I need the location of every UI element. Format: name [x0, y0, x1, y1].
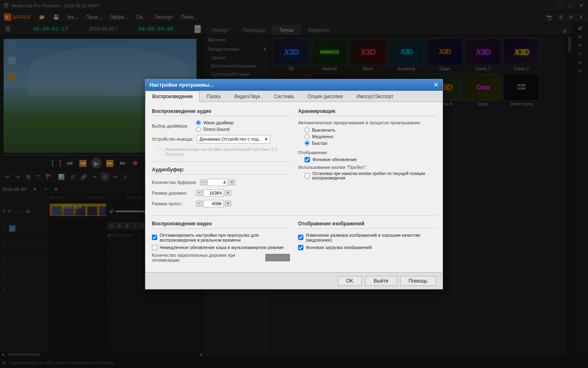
optimize-rt-label: Оптимизировать настройки при перегрузке …	[160, 233, 290, 242]
display-section: Отображение: Фоновое обновление	[298, 150, 436, 162]
bg-load-checkbox[interactable]	[298, 245, 303, 250]
track-size-input[interactable]	[203, 189, 224, 197]
track-size-spin: − +	[196, 189, 231, 197]
video-section-title: Воспроизведение видео	[152, 221, 290, 229]
scroll-off-label: Выключить	[312, 128, 335, 132]
track-size-inc[interactable]: +	[225, 190, 231, 196]
parallel-tracks-label: Количество параллельных дорожек при опти…	[152, 253, 262, 263]
dialog-tab-playback[interactable]: Воспроизведение	[145, 91, 200, 102]
resize-quality-label: Изменение размера изображений в хорошем …	[306, 233, 436, 242]
gap-size-inc[interactable]: +	[225, 201, 231, 206]
spacebar-desc: Остановка при нажатии кнопки пробел по т…	[312, 171, 436, 180]
gap-size-label: Размер просп.:	[152, 201, 193, 206]
scroll-off-radio[interactable]	[305, 128, 310, 132]
parallel-tracks-row: Количество параллельных дорожек при опти…	[152, 253, 290, 263]
dialog-tab-display[interactable]: Опции дисплея	[301, 91, 350, 102]
cancel-btn[interactable]: Выйти	[365, 276, 397, 286]
dialog-tab-importexport[interactable]: Импорт/Экспорт	[350, 91, 400, 102]
radio-direct-label: Direct-Sound	[203, 127, 229, 132]
dialog-tab-folder[interactable]: Папка	[200, 91, 227, 102]
device-label: Устройство вывода:	[152, 137, 194, 141]
optimize-rt-checkbox[interactable]	[152, 235, 157, 240]
track-size-row: Размер дорожек: − +	[152, 189, 290, 197]
surround-row: Автоматическая настройка акустической си…	[158, 147, 290, 157]
device-select[interactable]: Динамики (Устройство с под... ▾	[197, 135, 270, 144]
spacebar-desc-row: Остановка при нажатии кнопки пробел по т…	[305, 171, 436, 180]
bg-update-row: Фоновое обновление	[305, 157, 436, 162]
surround-checkbox[interactable]	[158, 149, 164, 154]
buffer-count-label: Количество буферов:	[152, 180, 197, 185]
device-value: Динамики (Устройство с под...	[200, 137, 263, 141]
track-size-dec[interactable]: −	[196, 190, 203, 196]
bg-update-label: Фоновое обновление	[312, 157, 357, 162]
arranger-title: Аранжировщик	[298, 108, 436, 116]
buffer-count-row: Количество буферов: − +	[152, 179, 290, 186]
radio-direct-input[interactable]	[196, 127, 201, 132]
dialog-top-section: Воспроизведение аудио Выбор драйвера: Wa…	[152, 108, 436, 211]
audiobuffer-label: Аудиобуфер:	[152, 167, 290, 175]
dialog-close-btn[interactable]: ✕	[433, 81, 439, 89]
fast-update-label: Немедленное обновление кэша в мультикаме…	[160, 245, 284, 250]
dialog-title: Настройки программы...	[149, 82, 214, 88]
radio-wave-input[interactable]	[196, 120, 201, 125]
scroll-off-item: Выключить	[305, 128, 436, 132]
dialog-tab-video[interactable]: Видео/Звук	[227, 91, 267, 102]
driver-radio-group: Wave-драйвер Direct-Sound	[196, 120, 234, 132]
dialog-tabs: Воспроизведение Папка Видео/Звук Система…	[145, 91, 443, 102]
scroll-slow-radio[interactable]	[305, 134, 310, 139]
spacebar-checkbox[interactable]	[305, 173, 310, 178]
fast-update-checkbox[interactable]	[152, 245, 157, 250]
track-size-label: Размер дорожек:	[152, 191, 193, 195]
settings-dialog: Настройки программы... ✕ Воспроизведение…	[145, 79, 443, 289]
spacebar-section: Использование кнопки "Пробел": Остановка…	[298, 165, 436, 180]
radio-wave: Wave-драйвер	[196, 120, 234, 125]
divider-2	[152, 215, 436, 216]
gap-size-input[interactable]	[203, 200, 224, 207]
help-btn[interactable]: Помощь	[400, 276, 436, 286]
dialog-overlay: Настройки программы... ✕ Воспроизведение…	[0, 0, 588, 368]
optimize-rt-row: Оптимизировать настройки при перегрузке …	[152, 233, 290, 242]
bg-load-row: Фоновая загрузка изображений	[298, 245, 436, 250]
fast-update-row: Немедленное обновление кэша в мультикаме…	[152, 245, 290, 250]
ok-btn[interactable]: OK	[338, 276, 362, 286]
scroll-slow-label: Медленно	[312, 134, 333, 139]
images-display-col: Отображение изображений Изменение размер…	[298, 221, 436, 266]
divider-1	[152, 162, 290, 162]
dialog-footer: OK Выйти Помощь	[145, 272, 443, 289]
dialog-content: Воспроизведение аудио Выбор драйвера: Wa…	[145, 102, 443, 272]
device-row: Устройство вывода: Динамики (Устройство …	[152, 135, 290, 144]
parallel-tracks-input[interactable]	[265, 254, 290, 261]
scroll-fast-radio[interactable]	[305, 141, 310, 146]
scroll-fast-item: Быстро	[305, 141, 436, 146]
buffer-count-inc[interactable]: +	[229, 180, 235, 185]
radio-direct: Direct-Sound	[196, 127, 234, 132]
gap-size-dec[interactable]: −	[196, 201, 203, 206]
auto-scroll-group: Выключить Медленно Быстро	[305, 128, 436, 146]
dialog-titlebar: Настройки программы... ✕	[145, 79, 443, 91]
auto-scroll-label: Автоматическое прокручивание в процессе …	[298, 120, 436, 125]
arranger-col: Аранжировщик Автоматическое прокручивани…	[298, 108, 436, 211]
gap-size-row: Размер просп.: − +	[152, 200, 290, 207]
buffer-count-spin: − +	[200, 179, 235, 186]
resize-quality-row: Изменение размера изображений в хорошем …	[298, 233, 436, 242]
spacebar-label: Использование кнопки "Пробел":	[298, 165, 436, 170]
scroll-fast-label: Быстро	[312, 141, 327, 146]
audio-section-title: Воспроизведение аудио	[152, 108, 290, 116]
resize-quality-checkbox[interactable]	[298, 235, 303, 240]
bg-update-checkbox[interactable]	[305, 157, 310, 162]
audio-playback-col: Воспроизведение аудио Выбор драйвера: Wa…	[152, 108, 290, 211]
radio-wave-label: Wave-драйвер	[203, 120, 234, 125]
driver-row: Выбор драйвера: Wave-драйвер Direct-Soun…	[152, 120, 290, 132]
driver-label: Выбор драйвера:	[152, 123, 193, 128]
buffer-count-dec[interactable]: −	[200, 180, 207, 185]
video-playback-col: Воспроизведение видео Оптимизировать нас…	[152, 221, 290, 266]
scroll-slow-item: Медленно	[305, 134, 436, 139]
dialog-tab-system[interactable]: Система	[267, 91, 301, 102]
buffer-count-input[interactable]	[207, 179, 228, 186]
display-label: Отображение:	[298, 150, 328, 155]
surround-label: Автоматическая настройка акустической си…	[165, 147, 290, 157]
images-section-title: Отображение изображений	[298, 221, 436, 229]
gap-size-spin: − +	[196, 200, 231, 207]
dialog-bottom-section: Воспроизведение видео Оптимизировать нас…	[152, 221, 436, 266]
bg-load-label: Фоновая загрузка изображений	[306, 245, 372, 250]
